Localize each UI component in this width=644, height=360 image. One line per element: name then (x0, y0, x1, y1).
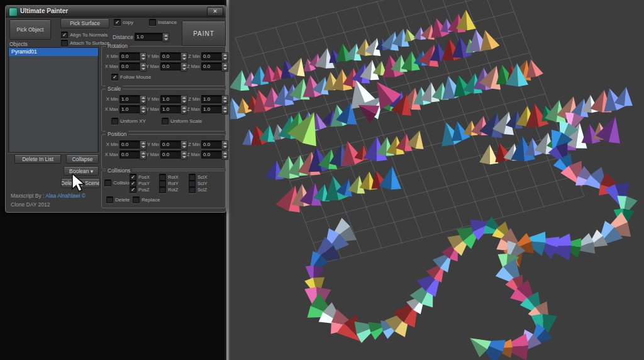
paint-button[interactable]: PAINT (182, 21, 226, 46)
scale-y-min-label: Y Min (145, 96, 159, 102)
rotation-x-min-field[interactable]: 0.0 (119, 52, 141, 60)
collision-delete-checkbox-label: Delete (115, 197, 130, 203)
position-y-max-label: Y Max (145, 152, 159, 157)
checkbox-box (61, 40, 68, 47)
follow-mouse-checkbox-label: Follow Mouse (120, 74, 151, 80)
collision-rotz-checkbox[interactable]: RotZ (159, 186, 178, 193)
position-z-min-field[interactable]: 0.0 (201, 140, 223, 149)
position-y-min-field[interactable]: 0.0 (160, 140, 182, 149)
distance-field[interactable]: 1.0 (135, 33, 164, 41)
collapse-button[interactable]: Collapse (66, 154, 99, 164)
scale-y-max-label: Y Max (145, 106, 159, 112)
rotation-z-min-field[interactable]: 0.0 (201, 52, 223, 60)
rotation-z-min-label: Z Min (186, 53, 200, 59)
spinner-buttons[interactable] (221, 95, 228, 104)
mouse-cursor (71, 174, 87, 193)
follow-mouse-checkbox[interactable]: ✓Follow Mouse (111, 74, 151, 81)
credit-link[interactable]: Alaa Alnahlawi © (45, 193, 86, 199)
collision-sclz-checkbox-label: SclZ (197, 187, 207, 193)
rotation-y-max-field[interactable]: 0.0 (160, 62, 182, 70)
scale-x-max-field[interactable]: 1.0 (119, 105, 141, 113)
collision-rotz-checkbox-label: RotZ (168, 187, 178, 193)
objects-list[interactable]: Pyramid01 (8, 47, 99, 153)
collision-delete-checkbox[interactable]: Delete (106, 196, 130, 203)
painter-app-icon (9, 8, 18, 16)
pick-surface-button[interactable]: Pick Surface (60, 18, 109, 28)
object-list-item[interactable]: Pyramid01 (9, 48, 98, 56)
collision-posz-checkbox-label: PosZ (138, 187, 150, 193)
checkbox-box: ✓ (130, 186, 136, 193)
scale-z-max-field[interactable]: 1.0 (201, 105, 223, 113)
credit-line: Maxscript By : Alaa Alnahlawi © (11, 193, 86, 199)
align-to-normals-checkbox[interactable]: ✓Align To Normals (61, 31, 108, 38)
collision-scly-checkbox-label: SclY (197, 181, 207, 186)
rotation-y-min-field[interactable]: 0.0 (160, 52, 182, 60)
checkbox-box (162, 118, 169, 125)
instance-checkbox[interactable]: Instance (149, 19, 177, 26)
position-z-max-field[interactable]: 0.0 (201, 150, 223, 159)
credit-prefix: Maxscript By : (11, 193, 44, 199)
scale-y-max-field[interactable]: 1.0 (160, 105, 182, 113)
rotation-y-min-label: Y Min (145, 53, 159, 59)
checkbox-box: ✓ (111, 74, 118, 81)
checkbox-box (106, 196, 113, 203)
scale-z-min-label: Z Min (186, 96, 200, 102)
scale-x-min-field[interactable]: 1.0 (119, 95, 141, 103)
position-x-min-label: X Min (104, 142, 118, 147)
distance-spinner[interactable] (162, 33, 169, 42)
spinner-buttons[interactable] (221, 52, 228, 62)
scale-z-max-label: Z Max (186, 106, 200, 112)
ultimate-painter-dialog: Ultimate Painter ✕ Pick Object Pick Surf… (5, 5, 226, 213)
scale-group: Scale X Min1.0Y Min1.0Z Min1.0X Max1.0Y … (101, 89, 226, 132)
checkbox-box: ✓ (114, 19, 121, 26)
uniform-xy-checkbox[interactable]: Uniform XY (111, 118, 146, 125)
collision-roty-checkbox-label: RotY (168, 181, 179, 186)
pick-object-button[interactable]: Pick Object (9, 20, 51, 40)
position-y-max-field[interactable]: 0.0 (160, 150, 182, 159)
checkbox-box (111, 118, 118, 125)
scale-x-max-label: X Max (104, 106, 118, 112)
checkbox-box (149, 19, 156, 26)
scale-z-min-field[interactable]: 1.0 (201, 95, 223, 103)
delete-in-list-button[interactable]: Delete In List (14, 154, 61, 164)
collision-replace-checkbox-label: Replace (142, 197, 160, 203)
collision-posy-checkbox-label: PosY (138, 181, 150, 186)
credit-line-2: Clone DAY 2012 (11, 201, 50, 208)
position-group-title: Position (106, 131, 128, 137)
spinner-buttons[interactable] (221, 105, 228, 115)
spinner-buttons[interactable] (221, 140, 228, 150)
collision-sclz-checkbox[interactable]: SclZ (189, 186, 207, 193)
scale-y-min-field[interactable]: 1.0 (160, 95, 182, 103)
collision-posz-checkbox[interactable]: ✓PosZ (130, 186, 150, 193)
close-button[interactable]: ✕ (207, 7, 223, 16)
attach-to-surface-checkbox[interactable]: Attach To Surface (61, 40, 109, 47)
collision-posx-checkbox-label: PosX (138, 174, 150, 180)
checkbox-box (133, 196, 140, 203)
spinner-buttons[interactable] (221, 150, 228, 160)
checkbox-box (104, 179, 111, 186)
scale-x-min-label: X Min (104, 96, 118, 102)
distance-label: Distance (113, 34, 133, 40)
uniform-scale-checkbox[interactable]: Uniform Scale (162, 118, 202, 125)
position-group: Position X Min0.0Y Min0.0Z Min0.0X Max0.… (101, 134, 226, 169)
uniform-scale-checkbox-label: Uniform Scale (170, 118, 202, 124)
rotation-z-max-label: Z Max (186, 64, 200, 69)
copy-checkbox[interactable]: ✓copy (114, 19, 133, 26)
uniform-xy-checkbox-label: Uniform XY (120, 118, 146, 124)
rotation-y-max-label: Y Max (145, 64, 159, 69)
attach-to-surface-checkbox-label: Attach To Surface (70, 40, 109, 46)
objects-label: Objects (9, 41, 28, 47)
collision-checkbox[interactable]: Collision (104, 179, 132, 186)
align-to-normals-checkbox-label: Align To Normals (70, 32, 108, 38)
rotation-x-max-field[interactable]: 0.0 (119, 62, 141, 70)
copy-checkbox-label: copy (123, 20, 133, 25)
dialog-titlebar[interactable]: Ultimate Painter ✕ (6, 6, 226, 18)
spinner-buttons[interactable] (221, 62, 228, 72)
rotation-z-max-field[interactable]: 0.0 (201, 62, 223, 70)
collision-replace-checkbox[interactable]: Replace (133, 196, 160, 203)
rotation-x-max-label: X Max (104, 64, 118, 69)
position-x-min-field[interactable]: 0.0 (119, 140, 141, 149)
viewport-divider-shade (229, 0, 230, 360)
position-x-max-field[interactable]: 0.0 (119, 150, 141, 159)
scale-group-title: Scale (106, 86, 123, 92)
